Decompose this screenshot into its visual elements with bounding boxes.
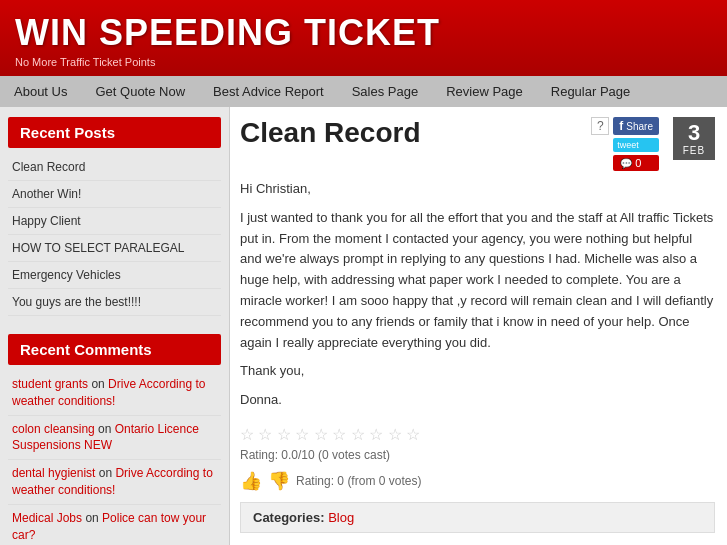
category-blog-link[interactable]: Blog [328, 510, 354, 525]
list-item: Happy Client [8, 208, 221, 235]
list-item: dental hygienist on Drive According to w… [8, 460, 221, 505]
list-item: Another Win! [8, 181, 221, 208]
nav-sales-page[interactable]: Sales Page [338, 76, 433, 107]
post-body: Hi Christian, I just wanted to thank you… [240, 179, 715, 411]
main-nav: About Us Get Quote Now Best Advice Repor… [0, 76, 727, 107]
list-item: HOW TO SELECT PARALEGAL [8, 235, 221, 262]
social-panel: Share tweet 0 [613, 117, 659, 171]
rating-value: Rating: 0.0/10 [240, 448, 315, 462]
vote-thumbs: 👍 👎 Rating: 0 (from 0 votes) [240, 470, 715, 492]
post-actions: ? Share tweet 0 3 FEB [591, 117, 715, 171]
categories-label: Categories: [253, 510, 325, 525]
categories-bar: Categories: Blog [240, 502, 715, 533]
facebook-share-button[interactable]: Share [613, 117, 659, 135]
recent-comments-list: student grants on Drive According to wea… [8, 371, 221, 545]
post-link-paralegal[interactable]: HOW TO SELECT PARALEGAL [12, 241, 185, 255]
nav-review-page[interactable]: Review Page [432, 76, 537, 107]
list-item: colon cleansing on Ontario Licence Suspe… [8, 416, 221, 461]
share-label: Share [626, 121, 653, 132]
vote-rating-text: Rating: 0 (from 0 votes) [296, 474, 421, 488]
comment-on: on [99, 466, 116, 480]
list-item: Emergency Vehicles [8, 262, 221, 289]
comment-number: 0 [635, 157, 641, 169]
rating-text: Rating: 0.0/10 (0 votes cast) [240, 448, 715, 462]
comment-count-badge[interactable]: 0 [613, 155, 659, 171]
nav-about-us[interactable]: About Us [0, 76, 81, 107]
site-tagline: No More Traffic Ticket Points [15, 56, 712, 68]
site-title: WIN SPEEDING TICKET [15, 12, 712, 54]
post-header: Clean Record ? Share tweet 0 3 FEB [240, 117, 715, 171]
list-item: You guys are the best!!!! [8, 289, 221, 316]
commenter-medical-jobs[interactable]: Medical Jobs [12, 511, 82, 525]
comment-on: on [91, 377, 108, 391]
sidebar: Recent Posts Clean Record Another Win! H… [0, 107, 230, 545]
tweet-button[interactable]: tweet [613, 138, 659, 152]
date-month: FEB [683, 145, 705, 156]
post-greeting: Hi Christian, [240, 179, 715, 200]
post-title: Clean Record [240, 117, 421, 149]
page-layout: Recent Posts Clean Record Another Win! H… [0, 107, 727, 545]
commenter-colon-cleansing[interactable]: colon cleansing [12, 422, 95, 436]
post-signoff: Thank you, [240, 361, 715, 382]
list-item: student grants on Drive According to wea… [8, 371, 221, 416]
thumbs-up-icon[interactable]: 👍 [240, 470, 262, 492]
post-link-you-guys[interactable]: You guys are the best!!!! [12, 295, 141, 309]
comment-on: on [85, 511, 102, 525]
nav-get-quote[interactable]: Get Quote Now [81, 76, 199, 107]
comment-on: on [98, 422, 115, 436]
post-link-clean-record[interactable]: Clean Record [12, 160, 85, 174]
post-signname: Donna. [240, 390, 715, 411]
rating-votes: (0 votes cast) [318, 448, 390, 462]
commenter-dental-hygienist[interactable]: dental hygienist [12, 466, 95, 480]
help-icon[interactable]: ? [591, 117, 609, 135]
recent-posts-heading: Recent Posts [8, 117, 221, 148]
post-link-happy-client[interactable]: Happy Client [12, 214, 81, 228]
post-link-another-win[interactable]: Another Win! [12, 187, 81, 201]
post-text: I just wanted to thank you for all the e… [240, 208, 715, 354]
main-content: Clean Record ? Share tweet 0 3 FEB [230, 107, 727, 545]
list-item: Medical Jobs on Police can tow your car? [8, 505, 221, 545]
thumbs-down-icon[interactable]: 👎 [268, 470, 290, 492]
list-item: Clean Record [8, 154, 221, 181]
star-rating[interactable]: ☆ ☆ ☆ ☆ ☆ ☆ ☆ ☆ ☆ ☆ [240, 425, 715, 444]
site-header: WIN SPEEDING TICKET No More Traffic Tick… [0, 0, 727, 76]
nav-best-advice[interactable]: Best Advice Report [199, 76, 338, 107]
nav-regular-page[interactable]: Regular Page [537, 76, 645, 107]
recent-posts-list: Clean Record Another Win! Happy Client H… [8, 154, 221, 316]
date-day: 3 [688, 121, 700, 145]
date-badge: 3 FEB [673, 117, 715, 160]
commenter-student-grants[interactable]: student grants [12, 377, 88, 391]
recent-comments-heading: Recent Comments [8, 334, 221, 365]
post-link-emergency-vehicles[interactable]: Emergency Vehicles [12, 268, 121, 282]
